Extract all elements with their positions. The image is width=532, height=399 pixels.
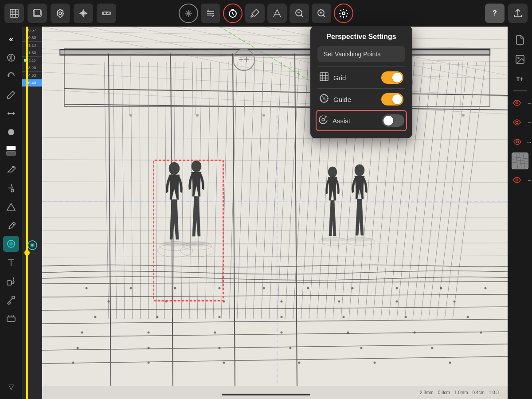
svg-point-149	[129, 114, 132, 117]
assist-toggle[interactable]	[382, 114, 404, 127]
grid-setting-icon	[319, 72, 329, 84]
svg-rect-216	[320, 73, 328, 81]
grid-toggle-btn[interactable]	[4, 4, 24, 23]
help-btn[interactable]: ?	[485, 4, 505, 23]
fx-btn[interactable]	[3, 310, 19, 326]
marker-btn[interactable]	[3, 217, 19, 233]
svg-point-95	[338, 301, 340, 303]
scale-cm: 0.8cm	[438, 390, 450, 395]
svg-point-205	[516, 102, 518, 104]
svg-rect-161	[34, 9, 40, 16]
smudge-btn[interactable]	[3, 292, 19, 308]
hatching-btn[interactable]	[201, 4, 220, 23]
undo-btn[interactable]	[3, 68, 19, 84]
layer-row-1: •••	[508, 94, 531, 112]
svg-point-110	[414, 332, 416, 334]
zoom-out-btn[interactable]	[289, 4, 309, 23]
svg-point-184	[342, 12, 345, 15]
svg-rect-0	[42, 27, 508, 386]
guide-setting-icon	[319, 94, 329, 106]
svg-point-120	[223, 362, 225, 364]
selection-tool-btn[interactable]	[3, 180, 19, 196]
svg-point-150	[196, 114, 199, 117]
guide-toggle-knob	[392, 94, 402, 104]
triangle-tool-btn[interactable]	[3, 199, 19, 215]
scale-04cm: 0.4cm	[473, 390, 485, 395]
eyedropper-btn[interactable]	[245, 4, 265, 23]
scroll-down-btn[interactable]: ▽	[3, 379, 19, 395]
selection-box	[153, 160, 224, 301]
add-text-layer-btn[interactable]: T+	[511, 70, 529, 88]
yellow-opacity-slider[interactable]	[25, 27, 29, 399]
zoom-in-btn[interactable]	[312, 4, 331, 23]
canvas-content[interactable]: +	[42, 27, 508, 386]
layer3-thumbnail[interactable]	[512, 153, 528, 169]
top-toolbar: ?	[0, 0, 532, 27]
layer-row-2: •••	[508, 113, 531, 131]
settings-wrench-btn[interactable]	[51, 4, 70, 23]
layer2-eye-btn[interactable]	[508, 113, 526, 131]
svg-point-105	[81, 332, 83, 334]
angle-guide-btn[interactable]	[267, 4, 287, 23]
svg-point-90	[485, 287, 487, 289]
symmetry-btn[interactable]	[3, 50, 19, 66]
eraser-tool-btn[interactable]	[3, 161, 19, 177]
assist-toggle-row: Assist	[316, 110, 407, 131]
layer4-eye-btn[interactable]	[508, 171, 526, 189]
guide-toggle[interactable]	[381, 93, 403, 106]
straighten-btn[interactable]	[3, 106, 19, 121]
svg-point-87	[352, 287, 354, 289]
svg-point-190	[11, 189, 14, 192]
svg-point-82	[130, 287, 132, 289]
ruler-tool-btn[interactable]	[97, 4, 116, 23]
layer-row-4: •••	[508, 171, 531, 189]
svg-point-226	[323, 98, 325, 99]
svg-point-193	[9, 242, 13, 246]
svg-point-207	[516, 141, 519, 143]
svg-point-85	[263, 287, 265, 289]
bottom-bar: 2.8mm 0.8cm 1.0mm 0.4cm 1:0.3	[22, 386, 508, 399]
layer-panel-btn[interactable]	[27, 4, 47, 23]
add-image-btn[interactable]	[511, 51, 529, 68]
grid-toggle[interactable]	[381, 71, 403, 84]
pencil-tool-btn[interactable]	[3, 87, 19, 103]
svg-point-154	[462, 114, 465, 117]
svg-rect-155	[10, 9, 18, 17]
text-tool-btn[interactable]	[3, 254, 19, 270]
timer-btn[interactable]	[223, 4, 243, 23]
dot-tool-btn[interactable]	[3, 124, 19, 140]
svg-point-109	[347, 332, 349, 334]
chevrons-left-icon: «	[9, 35, 13, 44]
perspective-gear-btn[interactable]	[334, 4, 353, 23]
grid-toggle-knob	[392, 73, 402, 82]
layer-row-3: •••	[509, 133, 531, 151]
left-toolbar: «	[0, 27, 22, 399]
svg-point-94	[281, 301, 283, 303]
sketch-svg	[42, 27, 508, 386]
svg-line-179	[301, 15, 303, 17]
color-swatch-btn[interactable]	[3, 143, 19, 159]
pan-btn[interactable]	[179, 4, 198, 23]
scale-ratio: 1:0.3	[489, 390, 499, 395]
svg-point-89	[440, 287, 442, 289]
svg-point-115	[289, 347, 292, 349]
canvas-area[interactable]: +	[0, 0, 532, 399]
svg-point-103	[405, 316, 407, 318]
grid-toggle-row: Grid	[317, 66, 405, 88]
svg-point-91	[108, 301, 110, 303]
svg-point-99	[156, 316, 159, 318]
svg-point-151	[262, 114, 265, 117]
svg-point-117	[431, 347, 434, 349]
spray-tool-btn[interactable]	[3, 273, 19, 289]
active-brush-btn[interactable]	[3, 236, 19, 252]
transform-btn[interactable]	[74, 4, 93, 23]
svg-point-107	[214, 332, 216, 334]
layer3-eye-btn[interactable]	[509, 133, 526, 151]
collapse-sidebar-btn[interactable]: «	[3, 31, 19, 47]
scroll-indicator[interactable]	[222, 394, 310, 395]
set-vanishing-points-btn[interactable]: Set Vanishing Points	[317, 46, 405, 62]
import-doc-btn[interactable]	[511, 31, 529, 49]
svg-point-215	[516, 179, 518, 181]
share-btn[interactable]	[508, 4, 528, 23]
layer1-eye-btn[interactable]	[508, 94, 526, 112]
